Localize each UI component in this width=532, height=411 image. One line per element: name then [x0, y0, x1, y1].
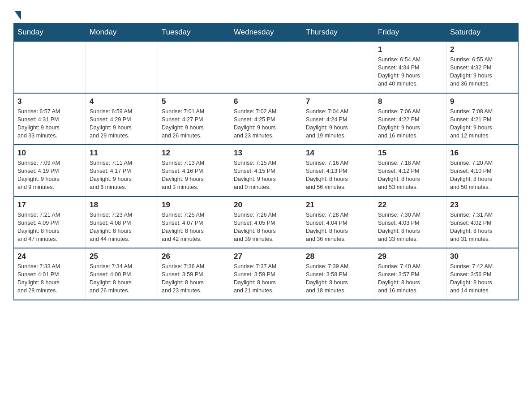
day-info: Sunrise: 7:40 AM Sunset: 3:57 PM Dayligh… [378, 262, 442, 295]
calendar-cell: 14Sunrise: 7:16 AM Sunset: 4:13 PM Dayli… [302, 145, 374, 197]
calendar-cell: 5Sunrise: 7:01 AM Sunset: 4:27 PM Daylig… [158, 93, 230, 145]
day-info: Sunrise: 7:01 AM Sunset: 4:27 PM Dayligh… [162, 107, 226, 140]
calendar-cell [14, 42, 86, 93]
day-number: 13 [234, 149, 298, 158]
logo-arrow-icon [15, 11, 21, 20]
day-number: 25 [90, 252, 154, 261]
page-header [13, 9, 519, 18]
day-info: Sunrise: 6:59 AM Sunset: 4:29 PM Dayligh… [90, 107, 154, 140]
calendar-cell [158, 42, 230, 93]
calendar-cell: 30Sunrise: 7:42 AM Sunset: 3:56 PM Dayli… [446, 248, 519, 300]
calendar-cell: 8Sunrise: 7:06 AM Sunset: 4:22 PM Daylig… [374, 93, 446, 145]
day-number: 8 [378, 97, 442, 106]
day-info: Sunrise: 7:39 AM Sunset: 3:58 PM Dayligh… [306, 262, 370, 295]
day-info: Sunrise: 7:08 AM Sunset: 4:21 PM Dayligh… [450, 107, 515, 140]
calendar-cell: 9Sunrise: 7:08 AM Sunset: 4:21 PM Daylig… [446, 93, 519, 145]
calendar-week-row: 3Sunrise: 6:57 AM Sunset: 4:31 PM Daylig… [14, 93, 519, 145]
day-info: Sunrise: 7:31 AM Sunset: 4:02 PM Dayligh… [450, 211, 515, 244]
day-number: 5 [162, 97, 226, 106]
day-number: 4 [90, 97, 154, 106]
day-number: 7 [306, 97, 370, 106]
calendar-cell: 28Sunrise: 7:39 AM Sunset: 3:58 PM Dayli… [302, 248, 374, 300]
day-info: Sunrise: 7:25 AM Sunset: 4:07 PM Dayligh… [162, 211, 226, 244]
day-info: Sunrise: 6:54 AM Sunset: 4:34 PM Dayligh… [378, 56, 442, 88]
calendar-cell: 21Sunrise: 7:28 AM Sunset: 4:04 PM Dayli… [302, 197, 374, 248]
calendar-cell: 11Sunrise: 7:11 AM Sunset: 4:17 PM Dayli… [86, 145, 158, 197]
header-sunday: Sunday [14, 23, 86, 42]
calendar-cell: 24Sunrise: 7:33 AM Sunset: 4:01 PM Dayli… [14, 248, 86, 300]
day-info: Sunrise: 7:37 AM Sunset: 3:59 PM Dayligh… [234, 262, 298, 295]
day-number: 10 [17, 149, 82, 158]
header-tuesday: Tuesday [158, 23, 230, 42]
weekday-header-row: Sunday Monday Tuesday Wednesday Thursday… [14, 23, 519, 42]
day-number: 29 [378, 252, 442, 261]
day-info: Sunrise: 7:28 AM Sunset: 4:04 PM Dayligh… [306, 211, 370, 244]
day-number: 16 [450, 149, 515, 158]
day-info: Sunrise: 7:06 AM Sunset: 4:22 PM Dayligh… [378, 107, 442, 140]
day-info: Sunrise: 7:04 AM Sunset: 4:24 PM Dayligh… [306, 107, 370, 140]
day-info: Sunrise: 7:36 AM Sunset: 3:59 PM Dayligh… [162, 262, 226, 295]
calendar-cell: 19Sunrise: 7:25 AM Sunset: 4:07 PM Dayli… [158, 197, 230, 248]
day-info: Sunrise: 7:11 AM Sunset: 4:17 PM Dayligh… [90, 159, 154, 192]
calendar-cell [302, 42, 374, 93]
calendar-cell: 22Sunrise: 7:30 AM Sunset: 4:03 PM Dayli… [374, 197, 446, 248]
header-monday: Monday [86, 23, 158, 42]
day-info: Sunrise: 7:34 AM Sunset: 4:00 PM Dayligh… [90, 262, 154, 295]
day-number: 12 [162, 149, 226, 158]
day-number: 30 [450, 252, 515, 261]
day-number: 17 [17, 201, 82, 210]
logo [13, 9, 21, 18]
day-info: Sunrise: 6:57 AM Sunset: 4:31 PM Dayligh… [17, 107, 82, 140]
calendar-cell: 27Sunrise: 7:37 AM Sunset: 3:59 PM Dayli… [230, 248, 302, 300]
calendar-cell: 6Sunrise: 7:02 AM Sunset: 4:25 PM Daylig… [230, 93, 302, 145]
calendar-cell: 1Sunrise: 6:54 AM Sunset: 4:34 PM Daylig… [374, 42, 446, 93]
header-friday: Friday [374, 23, 446, 42]
day-number: 24 [17, 252, 82, 261]
day-number: 9 [450, 97, 515, 106]
day-number: 21 [306, 201, 370, 210]
calendar-cell: 20Sunrise: 7:26 AM Sunset: 4:05 PM Dayli… [230, 197, 302, 248]
day-info: Sunrise: 7:20 AM Sunset: 4:10 PM Dayligh… [450, 159, 515, 192]
calendar-cell: 4Sunrise: 6:59 AM Sunset: 4:29 PM Daylig… [86, 93, 158, 145]
header-wednesday: Wednesday [230, 23, 302, 42]
calendar-cell: 23Sunrise: 7:31 AM Sunset: 4:02 PM Dayli… [446, 197, 519, 248]
calendar-week-row: 17Sunrise: 7:21 AM Sunset: 4:09 PM Dayli… [14, 197, 519, 248]
calendar-cell [86, 42, 158, 93]
header-thursday: Thursday [302, 23, 374, 42]
day-info: Sunrise: 7:13 AM Sunset: 4:16 PM Dayligh… [162, 159, 226, 192]
calendar-cell: 2Sunrise: 6:55 AM Sunset: 4:32 PM Daylig… [446, 42, 519, 93]
day-info: Sunrise: 7:15 AM Sunset: 4:15 PM Dayligh… [234, 159, 298, 192]
day-info: Sunrise: 7:18 AM Sunset: 4:12 PM Dayligh… [378, 159, 442, 192]
day-number: 6 [234, 97, 298, 106]
day-info: Sunrise: 6:55 AM Sunset: 4:32 PM Dayligh… [450, 56, 515, 88]
day-number: 11 [90, 149, 154, 158]
calendar-week-row: 10Sunrise: 7:09 AM Sunset: 4:19 PM Dayli… [14, 145, 519, 197]
day-number: 2 [450, 45, 515, 54]
day-number: 15 [378, 149, 442, 158]
calendar-cell: 15Sunrise: 7:18 AM Sunset: 4:12 PM Dayli… [374, 145, 446, 197]
day-info: Sunrise: 7:33 AM Sunset: 4:01 PM Dayligh… [17, 262, 82, 295]
day-info: Sunrise: 7:42 AM Sunset: 3:56 PM Dayligh… [450, 262, 515, 295]
calendar-cell: 16Sunrise: 7:20 AM Sunset: 4:10 PM Dayli… [446, 145, 519, 197]
day-info: Sunrise: 7:16 AM Sunset: 4:13 PM Dayligh… [306, 159, 370, 192]
calendar-cell: 29Sunrise: 7:40 AM Sunset: 3:57 PM Dayli… [374, 248, 446, 300]
day-number: 3 [17, 97, 82, 106]
calendar-cell: 17Sunrise: 7:21 AM Sunset: 4:09 PM Dayli… [14, 197, 86, 248]
calendar-cell: 10Sunrise: 7:09 AM Sunset: 4:19 PM Dayli… [14, 145, 86, 197]
calendar-cell: 13Sunrise: 7:15 AM Sunset: 4:15 PM Dayli… [230, 145, 302, 197]
calendar-cell: 7Sunrise: 7:04 AM Sunset: 4:24 PM Daylig… [302, 93, 374, 145]
day-number: 27 [234, 252, 298, 261]
day-info: Sunrise: 7:09 AM Sunset: 4:19 PM Dayligh… [17, 159, 82, 192]
day-info: Sunrise: 7:21 AM Sunset: 4:09 PM Dayligh… [17, 211, 82, 244]
day-number: 1 [378, 45, 442, 54]
calendar-table: Sunday Monday Tuesday Wednesday Thursday… [13, 23, 519, 300]
day-number: 18 [90, 201, 154, 210]
day-number: 28 [306, 252, 370, 261]
day-number: 26 [162, 252, 226, 261]
calendar-cell [230, 42, 302, 93]
day-info: Sunrise: 7:26 AM Sunset: 4:05 PM Dayligh… [234, 211, 298, 244]
calendar-cell: 26Sunrise: 7:36 AM Sunset: 3:59 PM Dayli… [158, 248, 230, 300]
day-number: 19 [162, 201, 226, 210]
calendar-week-row: 1Sunrise: 6:54 AM Sunset: 4:34 PM Daylig… [14, 42, 519, 93]
day-number: 22 [378, 201, 442, 210]
